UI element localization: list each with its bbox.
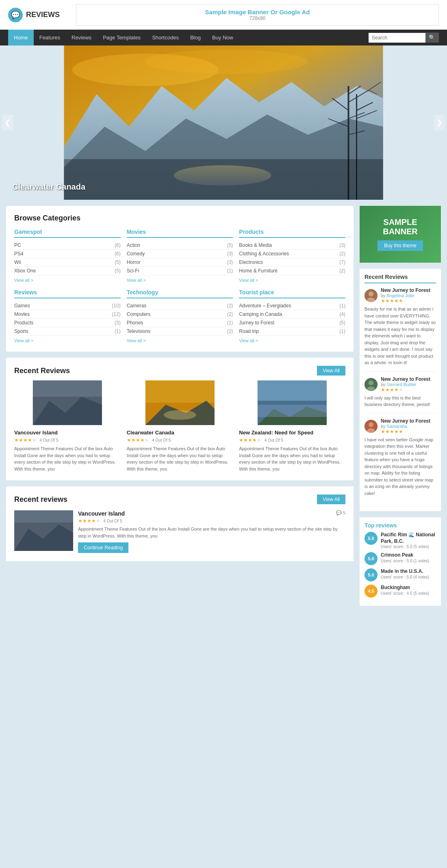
score-badge-2: 5.0	[365, 552, 378, 565]
review-card-3-desc: Appointment Theme Features Out of the bo…	[239, 445, 345, 472]
list-item: Home & Furniture(2)	[239, 267, 345, 275]
review-card-2-title: Clearwater Canada	[127, 430, 233, 436]
sidebar-review-1: New Jurney to Forest by Angelina Jolie ★…	[365, 287, 436, 371]
svg-rect-24	[145, 380, 214, 403]
review-card-3: New Zealand: Need for Speed ★★★★★ 4 Out …	[239, 380, 345, 472]
cat-gamespot-title: Gamespot	[14, 229, 121, 238]
sidebar-review-1-stars: ★★★★★	[381, 298, 430, 304]
list-item: Sci-Fi(1)	[127, 267, 233, 275]
recent-reviews-view-all[interactable]: View All	[317, 366, 345, 376]
nav-shortcodes[interactable]: Shortcodes	[146, 30, 184, 45]
sidebar-banner[interactable]: SAMPLE BANNER Buy this theme	[360, 206, 441, 263]
sidebar: SAMPLE BANNER Buy this theme Recent Revi…	[360, 206, 441, 612]
banner-size: 728x90	[80, 15, 434, 21]
list-item: Sports(1)	[14, 327, 121, 336]
score-badge-3: 5.0	[365, 568, 378, 581]
review-list-item-1-image	[14, 510, 73, 551]
sidebar-review-2-text: I will only say this is the best busines…	[365, 395, 436, 408]
search-button[interactable]: 🔍	[425, 32, 439, 43]
buy-theme-button[interactable]: Buy this theme	[378, 240, 423, 251]
top-review-3-title: Made in the U.S.A.	[381, 568, 429, 575]
list-item: Books & Media(3)	[239, 241, 345, 250]
svg-point-36	[369, 291, 373, 296]
top-review-3-info: Made in the U.S.A. Users' score : 5.0 (4…	[381, 568, 429, 579]
review-card-2-desc: Appointment Theme Features Out of the bo…	[127, 445, 233, 472]
sidebar-review-1-author-link[interactable]: Angelina Jolie	[386, 293, 414, 298]
search-input[interactable]	[369, 33, 425, 43]
list-item: PS4(6)	[14, 250, 121, 258]
view-all-movies[interactable]: View all >	[127, 278, 146, 283]
list-item: Adventure – Everglades(1)	[239, 302, 345, 310]
svg-point-26	[163, 410, 196, 420]
sidebar-recent-reviews-title: Recent Reviews	[365, 274, 436, 283]
list-item: Wii(5)	[14, 258, 121, 267]
view-all-tourist[interactable]: View all >	[239, 338, 258, 343]
sidebar-avatar-2	[365, 378, 378, 391]
list-item: Phones(1)	[127, 319, 233, 327]
view-all-products[interactable]: View all >	[239, 278, 258, 283]
nav-features[interactable]: Features	[34, 30, 66, 45]
top-review-1-meta: Users' score : 5.0 (5 votes)	[381, 544, 436, 549]
nav-home[interactable]: Home	[8, 30, 34, 45]
cat-reviews-title: Reviews	[14, 289, 121, 298]
top-review-2-meta: Users' score : 5.0 (1 votes)	[381, 559, 429, 563]
view-all-reviews[interactable]: View all >	[14, 338, 33, 343]
top-review-1-info: Pacific Rim 🌊 National Park, B.C. Users'…	[381, 532, 436, 549]
recent-reviews-list-view-all[interactable]: View All	[317, 494, 345, 504]
list-item: Action(5)	[127, 241, 233, 250]
sidebar-review-2-author: by Gerrard Buttler	[381, 382, 430, 387]
svg-rect-30	[258, 405, 327, 417]
hero-next-button[interactable]: ❯	[434, 115, 445, 130]
view-all-gamespot[interactable]: View all >	[14, 278, 33, 283]
top-review-item-1: 5.0 Pacific Rim 🌊 National Park, B.C. Us…	[365, 532, 436, 549]
sidebar-avatar-3	[365, 420, 378, 433]
nav-blog[interactable]: Blog	[184, 30, 206, 45]
view-all-technology[interactable]: View all >	[127, 338, 146, 343]
reviews-cards-grid: Vancouver Island ★★★★★ 4 Out Of 5 Appoin…	[14, 380, 345, 472]
banner-title: Sample Image Banner Or Google Ad	[80, 9, 434, 15]
main-layout: Browse Categories Gamespot PC(6) PS4(6) …	[0, 200, 447, 618]
category-tourist-place: Tourist place Adventure – Everglades(1) …	[239, 289, 345, 343]
top-review-2-title: Crimson Peak	[381, 552, 429, 559]
nav-reviews[interactable]: Reviews	[66, 30, 97, 45]
search-bar: 🔍	[369, 32, 439, 43]
svg-point-2	[145, 50, 308, 74]
sidebar-review-1-text: Beauty for me is that as an admin i have…	[365, 306, 436, 366]
sidebar-review-3-author-link[interactable]: Samantha	[387, 424, 407, 429]
sidebar-review-3-author: by Samantha	[381, 424, 430, 429]
sidebar-recent-reviews: Recent Reviews New Jurney to Forest by A…	[360, 269, 441, 511]
list-item: Cameras(2)	[127, 302, 233, 310]
browse-categories: Browse Categories Gamespot PC(6) PS4(6) …	[6, 206, 354, 352]
logo-text: REVIEWS	[26, 11, 60, 19]
review-card-2-image	[127, 380, 233, 425]
category-products: Products Books & Media(3) Clothing & Acc…	[239, 229, 345, 283]
continue-reading-button[interactable]: Continue Reading	[78, 542, 128, 553]
sidebar-review-3-meta: New Jurney to Forest by Samantha ★★★★★	[381, 418, 430, 434]
sidebar-review-3-header: New Jurney to Forest by Samantha ★★★★★	[365, 418, 436, 434]
svg-rect-28	[258, 380, 327, 401]
list-item: Camping in Canada(4)	[239, 310, 345, 319]
svg-point-39	[369, 380, 373, 385]
sidebar-review-3-stars: ★★★★★	[381, 429, 430, 434]
sidebar-review-2-author-link[interactable]: Gerrard Buttler	[387, 382, 417, 387]
recent-reviews-list: Recent reviews View All Vancouver Island…	[6, 486, 354, 561]
sidebar-review-1-author: by Angelina Jolie	[381, 293, 430, 298]
review-card-1-stars: ★★★★★ 4 Out Of 5	[14, 437, 121, 443]
list-item: Movies(12)	[14, 310, 121, 319]
nav-page-templates[interactable]: Page Templates	[97, 30, 146, 45]
sidebar-review-2: New Jurney to Forest by Gerrard Buttler …	[365, 376, 436, 413]
category-technology: Technology Cameras(2) Computers(2) Phone…	[127, 289, 233, 343]
sidebar-review-2-meta: New Jurney to Forest by Gerrard Buttler …	[381, 376, 430, 393]
header-banner[interactable]: Sample Image Banner Or Google Ad 728x90	[76, 4, 439, 26]
nav-buy-now[interactable]: Buy Now	[206, 30, 239, 45]
list-item: Computers(2)	[127, 310, 233, 319]
hero-prev-button[interactable]: ❮	[2, 115, 13, 130]
recent-reviews-list-title: Recent reviews	[14, 495, 67, 504]
svg-rect-18	[64, 159, 383, 200]
top-review-4-meta: Users' score : 4.5 (5 votes)	[381, 591, 429, 596]
list-item: Games(10)	[14, 302, 121, 310]
sidebar-review-2-header: New Jurney to Forest by Gerrard Buttler …	[365, 376, 436, 393]
review-list-item-1-content: Vancouver Island 💬 5 ★★★★★ 4 Out Of 5 Ap…	[78, 510, 345, 553]
cat-tourist-title: Tourist place	[239, 289, 345, 298]
top-reviews-title: Top reviews	[365, 522, 436, 529]
